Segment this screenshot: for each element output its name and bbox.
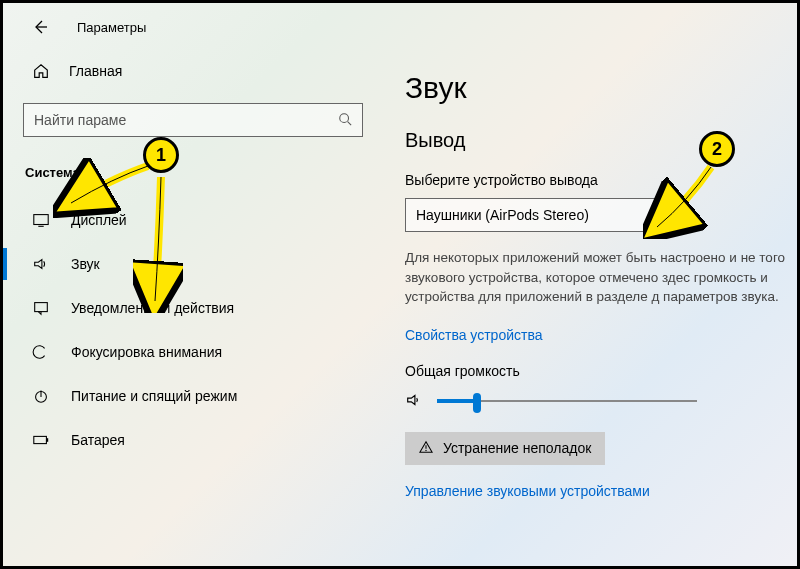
sidebar-item-label: Звук — [71, 256, 100, 272]
back-arrow-icon — [32, 19, 48, 35]
sidebar: Главная Система Дисплей Звук Уведо — [3, 51, 383, 566]
volume-icon — [405, 391, 423, 412]
output-section-title: Вывод — [405, 129, 797, 152]
slider-thumb[interactable] — [473, 393, 481, 413]
search-icon — [338, 112, 352, 129]
focus-icon — [31, 342, 51, 362]
header-title: Параметры — [77, 20, 146, 35]
search-box[interactable] — [23, 103, 363, 137]
sidebar-item-label: Батарея — [71, 432, 125, 448]
sidebar-item-battery[interactable]: Батарея — [23, 418, 363, 462]
manage-devices-link[interactable]: Управление звуковыми устройствами — [405, 483, 797, 499]
device-properties-link[interactable]: Свойства устройства — [405, 327, 797, 343]
svg-line-1 — [348, 121, 352, 125]
back-button[interactable] — [31, 18, 49, 36]
battery-icon — [31, 430, 51, 450]
sidebar-item-label: Фокусировка внимания — [71, 344, 222, 360]
volume-slider[interactable] — [437, 391, 697, 411]
window-header: Параметры — [3, 3, 797, 51]
content-pane: Звук Вывод Выберите устройство вывода На… — [383, 51, 797, 566]
volume-label: Общая громкость — [405, 363, 797, 379]
sidebar-home[interactable]: Главная — [23, 51, 363, 91]
output-device-dropdown[interactable]: Наушники (AirPods Stereo) — [405, 198, 683, 232]
output-device-label: Выберите устройство вывода — [405, 172, 797, 188]
svg-rect-8 — [46, 438, 48, 442]
warning-icon — [419, 440, 433, 457]
svg-rect-4 — [35, 303, 48, 312]
annotation-arrow-1b — [133, 173, 183, 313]
troubleshoot-button[interactable]: Устранение неполадок — [405, 432, 605, 465]
output-help-text: Для некоторых приложений может быть наст… — [405, 248, 797, 307]
sidebar-item-power[interactable]: Питание и спящий режим — [23, 374, 363, 418]
search-input[interactable] — [34, 112, 338, 128]
output-device-value: Наушники (AirPods Stereo) — [416, 207, 589, 223]
troubleshoot-label: Устранение неполадок — [443, 440, 591, 456]
display-icon — [31, 210, 51, 230]
power-icon — [31, 386, 51, 406]
annotation-arrow-2 — [643, 161, 723, 239]
svg-point-10 — [425, 449, 426, 450]
sidebar-item-label: Питание и спящий режим — [71, 388, 237, 404]
svg-rect-7 — [34, 436, 47, 443]
notifications-icon — [31, 298, 51, 318]
svg-point-0 — [340, 113, 349, 122]
sidebar-item-notifications[interactable]: Уведомления и действия — [23, 286, 363, 330]
page-title: Звук — [405, 71, 797, 105]
sidebar-item-sound[interactable]: Звук — [23, 242, 363, 286]
sidebar-home-label: Главная — [69, 63, 122, 79]
sidebar-item-focus[interactable]: Фокусировка внимания — [23, 330, 363, 374]
annotation-marker-2: 2 — [699, 131, 735, 167]
sound-icon — [31, 254, 51, 274]
annotation-marker-1: 1 — [143, 137, 179, 173]
home-icon — [31, 61, 51, 81]
svg-rect-2 — [34, 215, 48, 225]
